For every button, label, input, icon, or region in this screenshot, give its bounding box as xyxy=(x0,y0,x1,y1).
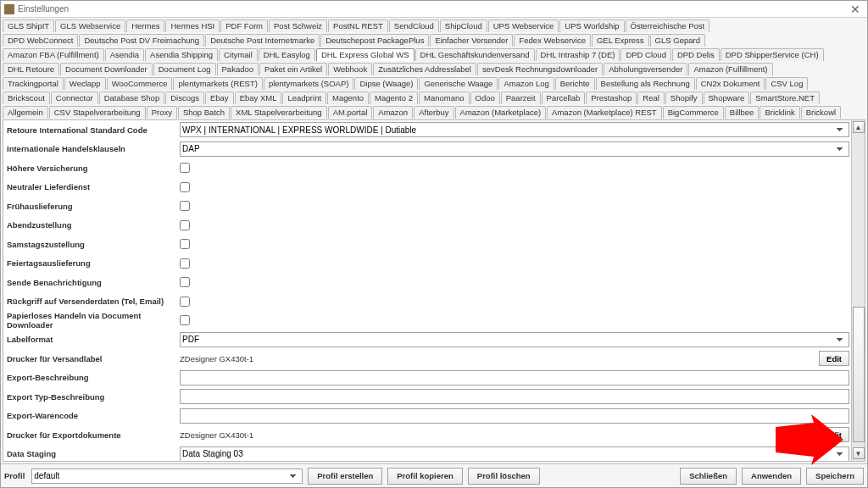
tab-einfacher-versender[interactable]: Einfacher Versender xyxy=(430,34,513,47)
speichern-button[interactable]: Speichern xyxy=(806,468,864,485)
tab-shipcloud[interactable]: ShipCloud xyxy=(440,19,487,32)
tab-trackingportal[interactable]: Trackingportal xyxy=(3,77,64,90)
tab-afterbuy[interactable]: Afterbuy xyxy=(414,106,453,119)
tab-csv-log[interactable]: CSV Log xyxy=(765,77,808,90)
tab-dhl-retoure[interactable]: DHL Retoure xyxy=(3,63,59,75)
tab-dhl-easylog[interactable]: DHL Easylog xyxy=(259,48,315,61)
tab-paarzeit[interactable]: Paarzeit xyxy=(501,92,541,104)
tab-xml-stapelverarbeitung[interactable]: XML Stapelverarbeitung xyxy=(231,106,327,119)
input-export-warencode[interactable] xyxy=(180,408,849,424)
tab-proxy[interactable]: Proxy xyxy=(147,106,177,119)
tab-billbee[interactable]: Billbee xyxy=(725,106,760,119)
tab-parcellab[interactable]: Parcellab xyxy=(542,92,586,104)
tab-connector[interactable]: Connector xyxy=(51,92,98,104)
tab-woocommerce[interactable]: WooCommerce xyxy=(107,77,173,90)
tab-smartstore-net[interactable]: SmartStore.NET xyxy=(750,92,820,104)
tab-am-portal[interactable]: AM.portal xyxy=(328,106,373,119)
select-labelformat[interactable]: PDF xyxy=(180,332,849,347)
tab-gls-shipit[interactable]: GLS ShipIT xyxy=(3,19,54,32)
edit-drucker-export-button[interactable]: Edit xyxy=(819,427,849,442)
scroll-down-icon[interactable]: ▼ xyxy=(853,447,865,459)
tab-gel-express[interactable]: GEL Express xyxy=(592,34,649,47)
tab-post-schweiz[interactable]: Post Schweiz xyxy=(269,19,327,32)
checkbox-sende-benachrichtigung[interactable] xyxy=(180,277,190,287)
tab-plentymarkets-soap-[interactable]: plentymarkets (SOAP) xyxy=(264,77,354,90)
tab-paket-ein-artikel[interactable]: Paket ein Artikel xyxy=(259,63,327,75)
tab-hermes-hsi[interactable]: Hermes HSI xyxy=(165,19,220,32)
tab-brickscout[interactable]: Brickscout xyxy=(3,92,50,104)
vertical-scrollbar[interactable]: ▲ ▼ xyxy=(851,120,865,461)
tab-ups-worldship[interactable]: UPS Worldship xyxy=(559,19,624,32)
scroll-thumb[interactable] xyxy=(853,307,865,442)
tab-postnl-rest[interactable]: PostNL REST xyxy=(328,19,388,32)
profil-select[interactable]: default xyxy=(31,469,303,484)
tab-prestashop[interactable]: Prestashop xyxy=(586,92,637,104)
tab-bigcommerce[interactable]: BigCommerce xyxy=(663,106,724,119)
tab-asendia[interactable]: Asendia xyxy=(105,48,144,61)
checkbox-papierlos[interactable] xyxy=(180,315,190,325)
tab-sevdesk-rechnungsdownloader[interactable]: sevDesk Rechnungsdownloader xyxy=(477,63,603,75)
tab-dpd-cloud[interactable]: DPD Cloud xyxy=(620,48,671,61)
tab-generische-waage[interactable]: Generische Waage xyxy=(419,77,498,90)
tab-odoo[interactable]: Odoo xyxy=(470,92,500,104)
tab-ebay[interactable]: Ebay xyxy=(205,92,234,104)
tab-brickowl[interactable]: Brickowl xyxy=(801,106,841,119)
tab-plentymarkets-rest-[interactable]: plentymarkets (REST) xyxy=(173,77,262,90)
tab-dhl-intraship-7-de-[interactable]: DHL Intraship 7 (DE) xyxy=(536,48,620,61)
tab-citymail[interactable]: Citymail xyxy=(219,48,258,61)
select-data-staging[interactable]: Data Staging 03 xyxy=(180,446,849,461)
checkbox-feiertagsauslieferung[interactable] xyxy=(180,258,190,269)
tab--sterreichische-post[interactable]: Österreichische Post xyxy=(626,19,710,32)
tab-zus-tzliches-addresslabel[interactable]: Zusätzliches Addresslabel xyxy=(373,63,476,75)
tab-amazon-marketplace-[interactable]: Amazon (Marketplace) xyxy=(455,106,547,119)
tab-shopify[interactable]: Shopify xyxy=(665,92,703,104)
tab-deutschepost-packageplus[interactable]: Deutschepost PackagePlus xyxy=(320,34,429,47)
tab-fedex-webservice[interactable]: Fedex Webservice xyxy=(514,34,591,47)
tab-dipse-waage-[interactable]: Dipse (Waage) xyxy=(354,77,418,90)
tab-shop-batch[interactable]: Shop Batch xyxy=(178,106,230,119)
tab-gls-webservice[interactable]: GLS Webservice xyxy=(55,19,125,32)
tab-document-log[interactable]: Document Log xyxy=(153,63,216,75)
tab-bricklink[interactable]: Bricklink xyxy=(760,106,799,119)
checkbox-samstagszustellung[interactable] xyxy=(180,239,190,249)
tab-dhl-express-global-ws[interactable]: DHL Express Global WS xyxy=(316,48,415,61)
tab-csv-stapelverarbeitung[interactable]: CSV Stapelverarbeitung xyxy=(49,106,146,119)
tab-pdf-form[interactable]: PDF Form xyxy=(220,19,268,32)
tab-ups-webservice[interactable]: UPS Webservice xyxy=(488,19,559,32)
select-handelsklauseln[interactable]: DAP xyxy=(180,141,849,157)
checkbox-neutraler-lieferdienst[interactable] xyxy=(180,182,190,192)
tab-amazon-fba-fulfillment-[interactable]: Amazon FBA (Fulfillment) xyxy=(3,48,104,61)
tab-pakadoo[interactable]: Pakadoo xyxy=(217,63,259,75)
tab-deutsche-post-internetmarke[interactable]: Deutsche Post Internetmarke xyxy=(205,34,320,47)
window-close-button[interactable]: ✕ xyxy=(847,3,864,16)
tab-sendcloud[interactable]: SendCloud xyxy=(389,19,439,32)
input-export-typ[interactable] xyxy=(180,389,849,404)
tab-cn2x-dokument[interactable]: CN2x Dokument xyxy=(696,77,765,90)
input-export-beschreibung[interactable] xyxy=(180,370,849,385)
profil-erstellen-button[interactable]: Profil erstellen xyxy=(308,468,382,485)
tab-allgemein[interactable]: Allgemein xyxy=(3,106,48,119)
checkbox-abendzustellung[interactable] xyxy=(180,220,190,230)
tab-amazon-log[interactable]: Amazon Log xyxy=(498,77,554,90)
tab-magento-2[interactable]: Magento 2 xyxy=(370,92,418,104)
tab-asendia-shipping[interactable]: Asendia Shipping xyxy=(145,48,218,61)
schliessen-button[interactable]: Schließen xyxy=(680,468,737,485)
tab-webhook[interactable]: Webhook xyxy=(328,63,372,75)
tab-dhl-gesch-ftskundenversand[interactable]: DHL Geschäftskundenversand xyxy=(415,48,535,61)
tab-leadprint[interactable]: Leadprint xyxy=(282,92,326,104)
checkbox-rueckgriff[interactable] xyxy=(180,297,190,307)
tab-manomano[interactable]: Manomano xyxy=(419,92,470,104)
tab-dpd-webconnect[interactable]: DPD WebConnect xyxy=(3,34,78,47)
tab-amazon-marketplace-rest[interactable]: Amazon (Marketplace) REST xyxy=(547,106,662,119)
tab-bestellung-als-rechnung[interactable]: Bestellung als Rechnung xyxy=(596,77,695,90)
tab-dpd-shipperservice-ch-[interactable]: DPD ShipperService (CH) xyxy=(721,48,824,61)
tab-ebay-xml[interactable]: Ebay XML xyxy=(235,92,282,104)
tab-amazon[interactable]: Amazon xyxy=(373,106,413,119)
checkbox-fruehauslieferung[interactable] xyxy=(180,201,190,211)
tab-hermes[interactable]: Hermes xyxy=(126,19,164,32)
tab-gls-gepard[interactable]: GLS Gepard xyxy=(650,34,705,47)
profil-loeschen-button[interactable]: Profil löschen xyxy=(468,468,540,485)
tab-document-downloader[interactable]: Document Downloader xyxy=(60,63,153,75)
profil-kopieren-button[interactable]: Profil kopieren xyxy=(387,468,463,485)
tab-deutsche-post-dv-freimachung[interactable]: Deutsche Post DV Freimachung xyxy=(79,34,204,47)
